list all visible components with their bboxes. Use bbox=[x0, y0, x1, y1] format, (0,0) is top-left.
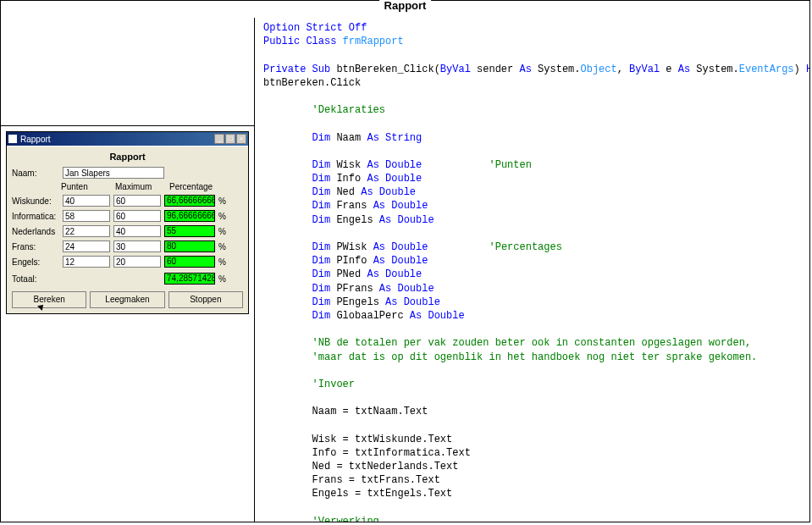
code-column: Option Strict Off Public Class frmRappor… bbox=[255, 18, 809, 522]
code-token: Dim bbox=[312, 214, 331, 226]
code-token: sender bbox=[471, 64, 520, 75]
code-token: Double bbox=[391, 241, 428, 253]
code-comment: 'Invoer bbox=[312, 379, 355, 390]
window-title: Rapport bbox=[20, 135, 51, 144]
leegmaken-button[interactable]: Leegmaken bbox=[90, 291, 164, 308]
code-token: e bbox=[660, 64, 678, 75]
code-token: Wisk bbox=[330, 159, 367, 171]
max-input[interactable] bbox=[113, 256, 161, 268]
code-token: Object bbox=[580, 64, 616, 75]
table-row: Informatica: 96,66666666 % bbox=[12, 210, 243, 222]
maximize-icon[interactable]: □ bbox=[225, 134, 235, 144]
title-bar: Rapport bbox=[1, 1, 809, 18]
table-row: Frans: 80 % bbox=[12, 240, 243, 252]
code-token: Private Sub bbox=[263, 64, 330, 75]
code-token: As bbox=[373, 241, 385, 253]
code-token: PInfo bbox=[330, 255, 373, 267]
code-comment: 'Verwerking bbox=[312, 516, 379, 522]
punten-input[interactable] bbox=[63, 240, 110, 252]
code-comment: 'NB de totalen per vak zouden beter ook … bbox=[312, 337, 751, 349]
code-token: Double bbox=[391, 255, 428, 267]
code-token: As bbox=[373, 255, 385, 267]
totaal-row: Totaal: 74,28571428 % bbox=[12, 273, 243, 285]
code-comment: 'Deklaraties bbox=[312, 104, 385, 116]
max-input[interactable] bbox=[113, 210, 161, 222]
stoppen-button[interactable]: Stoppen bbox=[168, 291, 243, 308]
code-token: PEngels bbox=[330, 296, 385, 308]
code-token: Naam bbox=[330, 132, 367, 144]
code-token: Dim bbox=[312, 241, 331, 253]
window-titlebar: Rapport _ □ × bbox=[7, 132, 248, 146]
row-label: Nederlands bbox=[12, 227, 59, 236]
code-token: Double bbox=[428, 310, 464, 322]
max-input[interactable] bbox=[113, 195, 161, 207]
code-token: As bbox=[379, 214, 391, 226]
code-token: Dim bbox=[312, 132, 331, 144]
header-punten: Punten bbox=[61, 182, 112, 191]
bereken-button[interactable]: Bereken bbox=[12, 291, 86, 308]
code-token: Double bbox=[385, 173, 422, 185]
code-token: Dim bbox=[312, 255, 331, 267]
code-token: Dim bbox=[312, 268, 331, 280]
code-token: btnBereken_Click( bbox=[330, 64, 440, 75]
code-token: ByVal bbox=[440, 64, 471, 75]
code-token: As bbox=[373, 200, 385, 212]
row-label: Informatica: bbox=[12, 212, 59, 221]
pct-output: 55 bbox=[164, 225, 215, 237]
punten-input[interactable] bbox=[63, 210, 110, 222]
totaal-label: Totaal: bbox=[12, 274, 59, 284]
code-token: Double bbox=[404, 296, 440, 308]
punten-input[interactable] bbox=[63, 195, 110, 207]
pct-sign: % bbox=[218, 257, 227, 267]
max-input[interactable] bbox=[113, 240, 161, 252]
code-token: As bbox=[367, 132, 378, 144]
code-token: Handles bbox=[806, 64, 809, 75]
code-token: btnBereken.Click bbox=[263, 77, 361, 89]
code-token: EventArgs bbox=[739, 64, 794, 75]
name-row: Naam: bbox=[12, 167, 243, 179]
code-token: Frans = txtFrans.Text bbox=[312, 474, 440, 486]
code-token: , bbox=[617, 64, 629, 75]
header-maximum: Maximum bbox=[115, 182, 166, 191]
code-token: As bbox=[385, 296, 397, 308]
code-block: Option Strict Off Public Class frmRappor… bbox=[263, 21, 801, 522]
code-token: As bbox=[367, 268, 378, 280]
code-token: Double bbox=[391, 200, 428, 212]
table-row: Engels: 60 % bbox=[12, 256, 243, 268]
pct-output: 60 bbox=[164, 256, 215, 268]
code-token: Engels bbox=[330, 214, 379, 226]
code-token: String bbox=[385, 132, 422, 144]
code-comment: 'Percentages bbox=[489, 241, 561, 253]
max-input[interactable] bbox=[113, 225, 161, 237]
code-token: Dim bbox=[312, 296, 331, 308]
minimize-icon[interactable]: _ bbox=[214, 134, 224, 144]
code-token: System. bbox=[690, 64, 739, 75]
code-token: Naam = txtNaam.Text bbox=[312, 406, 428, 417]
code-token: Double bbox=[397, 214, 434, 226]
code-token: As bbox=[367, 173, 378, 185]
code-token: Option Strict Off bbox=[263, 22, 367, 34]
punten-input[interactable] bbox=[63, 256, 110, 268]
code-token: Engels = txtEngels.Text bbox=[312, 488, 453, 500]
window-icon bbox=[8, 135, 17, 143]
close-icon[interactable]: × bbox=[236, 134, 246, 144]
form-cell: Rapport _ □ × Rapport Naam: bbox=[1, 126, 254, 319]
code-token: Info bbox=[330, 173, 367, 185]
code-token: PNed bbox=[330, 268, 367, 280]
pct-output: 80 bbox=[164, 240, 215, 252]
code-token: ) bbox=[794, 64, 806, 75]
code-comment: 'maar dat is op dit ogenblik in het hand… bbox=[312, 351, 758, 363]
code-token: Public Class bbox=[263, 36, 336, 47]
content-row: Rapport _ □ × Rapport Naam: bbox=[1, 18, 809, 522]
code-token: Double bbox=[379, 186, 416, 198]
pct-output: 66,66666666 bbox=[164, 195, 215, 207]
code-token: ByVal bbox=[629, 64, 660, 75]
page-title: Rapport bbox=[379, 0, 432, 12]
name-input[interactable] bbox=[63, 167, 164, 179]
row-label: Wiskunde: bbox=[12, 196, 59, 206]
page-frame: Rapport Rapport _ □ × bbox=[0, 0, 810, 522]
button-row: Bereken Leegmaken Stoppen bbox=[12, 291, 243, 308]
code-token: Dim bbox=[312, 186, 331, 198]
name-label: Naam: bbox=[12, 169, 59, 178]
punten-input[interactable] bbox=[63, 225, 110, 237]
